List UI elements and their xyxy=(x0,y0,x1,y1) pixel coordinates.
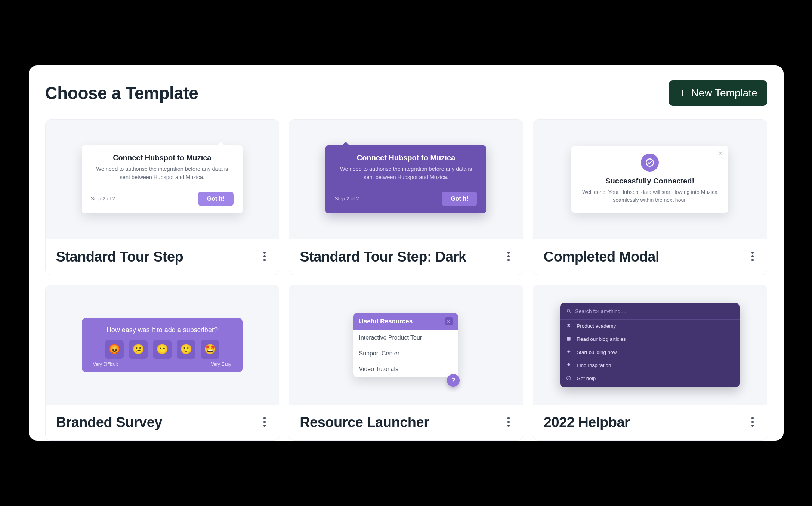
helpbar-row[interactable]: Read our blog articles xyxy=(560,333,740,346)
card-menu-button[interactable] xyxy=(261,249,268,265)
card-menu-button[interactable] xyxy=(749,249,756,265)
card-menu-button[interactable] xyxy=(749,414,756,431)
article-icon xyxy=(566,336,572,342)
survey-question: How easy was it to add a subscriber? xyxy=(90,326,234,334)
template-card-completed-modal[interactable]: Successfully Connected! Well done! Your … xyxy=(533,119,767,275)
survey-emoji-row: 😡 😕 😐 🙂 🤩 xyxy=(90,340,234,359)
card-preview: Connect Hubspot to Muzica We need to aut… xyxy=(289,120,523,239)
card-menu-button[interactable] xyxy=(505,249,512,265)
helpbar-search[interactable]: Search for anything.... xyxy=(560,307,740,320)
sparkle-icon xyxy=(566,349,572,355)
svg-point-2 xyxy=(263,259,266,261)
page-title: Choose a Template xyxy=(45,83,198,103)
card-preview: Search for anything.... Product academy … xyxy=(533,285,767,405)
svg-point-10 xyxy=(263,417,266,419)
resource-item[interactable]: Video Tutorials xyxy=(353,361,458,377)
more-vertical-icon xyxy=(507,251,510,263)
card-title: 2022 Helpbar xyxy=(544,414,630,431)
card-title: Branded Survey xyxy=(56,414,162,431)
card-menu-button[interactable] xyxy=(505,414,512,431)
survey-label-left: Very Difficult xyxy=(93,362,118,367)
svg-point-20 xyxy=(751,421,754,423)
svg-point-19 xyxy=(751,417,754,419)
svg-point-3 xyxy=(507,252,510,254)
tourstep-cta-button[interactable]: Got it! xyxy=(442,192,477,206)
more-vertical-icon xyxy=(263,417,266,428)
survey-widget: How easy was it to add a subscriber? 😡 😕… xyxy=(82,318,243,372)
survey-option-4[interactable]: 🙂 xyxy=(177,340,195,359)
template-grid: Connect Hubspot to Muzica We need to aut… xyxy=(45,119,767,441)
svg-point-12 xyxy=(263,425,266,427)
svg-point-5 xyxy=(507,259,510,261)
tourstep-step-label: Step 2 of 2 xyxy=(334,196,359,201)
tourstep-light: Connect Hubspot to Muzica We need to aut… xyxy=(82,145,243,213)
helpbar-row-label: Start building now xyxy=(577,349,617,355)
helpbar-row[interactable]: Product academy xyxy=(560,320,740,333)
svg-point-0 xyxy=(263,252,266,254)
template-card-branded-survey[interactable]: How easy was it to add a subscriber? 😡 😕… xyxy=(45,285,280,441)
helpbar-row[interactable]: Start building now xyxy=(560,346,740,359)
helpbar-search-placeholder: Search for anything.... xyxy=(575,308,626,314)
tooltip-caret-icon xyxy=(342,142,349,145)
search-icon xyxy=(566,308,571,315)
helpbar-row-label: Read our blog articles xyxy=(577,336,626,342)
tooltip-caret-icon xyxy=(217,142,225,145)
more-vertical-icon xyxy=(507,417,510,428)
template-card-resource-launcher[interactable]: Useful Resources Interactive Product Tou… xyxy=(289,285,523,441)
help-circle-icon xyxy=(566,376,572,381)
helpbar-row[interactable]: Get help xyxy=(560,372,740,385)
tourstep-heading: Connect Hubspot to Muzica xyxy=(91,154,234,162)
template-card-2022-helpbar[interactable]: Search for anything.... Product academy … xyxy=(533,285,767,441)
card-menu-button[interactable] xyxy=(261,414,268,431)
graduation-cap-icon xyxy=(566,323,572,328)
helpbar-row[interactable]: Find Inspiration xyxy=(560,359,740,372)
completed-modal: Successfully Connected! Well done! Your … xyxy=(571,146,728,213)
card-preview: Successfully Connected! Well done! Your … xyxy=(533,120,767,239)
template-card-standard-tour-step-dark[interactable]: Connect Hubspot to Muzica We need to aut… xyxy=(289,119,523,275)
success-check-icon xyxy=(641,154,659,172)
modal-body: Well done! Your Hubspot data will start … xyxy=(580,188,719,204)
more-vertical-icon xyxy=(263,251,266,263)
svg-rect-17 xyxy=(567,337,570,340)
tourstep-heading: Connect Hubspot to Muzica xyxy=(334,154,477,162)
svg-point-8 xyxy=(751,255,754,257)
survey-option-1[interactable]: 😡 xyxy=(105,340,124,359)
svg-point-4 xyxy=(507,255,510,257)
survey-label-right: Very Easy xyxy=(211,362,231,367)
card-title: Resource Launcher xyxy=(300,414,429,431)
resource-item[interactable]: Interactive Product Tour xyxy=(353,330,458,346)
card-preview: How easy was it to add a subscriber? 😡 😕… xyxy=(46,285,279,405)
helpbar-row-label: Get help xyxy=(577,376,596,381)
close-icon[interactable] xyxy=(717,150,724,158)
card-title: Standard Tour Step xyxy=(56,249,183,265)
svg-point-9 xyxy=(751,259,754,261)
template-card-standard-tour-step[interactable]: Connect Hubspot to Muzica We need to aut… xyxy=(45,119,280,275)
new-template-button[interactable]: New Template xyxy=(669,80,767,106)
card-preview: Useful Resources Interactive Product Tou… xyxy=(289,285,523,405)
card-preview: Connect Hubspot to Muzica We need to aut… xyxy=(46,120,279,239)
help-fab-icon[interactable]: ? xyxy=(447,374,460,387)
header-row: Choose a Template New Template xyxy=(45,80,767,106)
more-vertical-icon xyxy=(751,251,754,263)
tourstep-body: We need to authorise the integration bef… xyxy=(334,165,477,181)
close-icon[interactable] xyxy=(445,317,453,325)
tourstep-cta-button[interactable]: Got it! xyxy=(198,192,234,206)
resource-item[interactable]: Support Center xyxy=(353,346,458,361)
resource-launcher-widget: Useful Resources Interactive Product Tou… xyxy=(353,313,458,377)
modal-heading: Successfully Connected! xyxy=(580,177,719,185)
more-vertical-icon xyxy=(751,417,754,428)
tourstep-step-label: Step 2 of 2 xyxy=(91,196,115,201)
svg-point-14 xyxy=(507,421,510,423)
helpbar-row-label: Product academy xyxy=(577,323,616,329)
svg-point-1 xyxy=(263,255,266,257)
survey-option-3[interactable]: 😐 xyxy=(153,340,172,359)
survey-option-5[interactable]: 🤩 xyxy=(201,340,219,359)
plus-icon xyxy=(679,89,687,97)
template-chooser-panel: Choose a Template New Template Connect H… xyxy=(29,65,784,441)
card-title: Standard Tour Step: Dark xyxy=(300,249,466,265)
svg-point-7 xyxy=(751,252,754,254)
svg-point-21 xyxy=(751,425,754,427)
svg-point-15 xyxy=(507,425,510,427)
lightbulb-icon xyxy=(566,362,572,368)
survey-option-2[interactable]: 😕 xyxy=(129,340,148,359)
